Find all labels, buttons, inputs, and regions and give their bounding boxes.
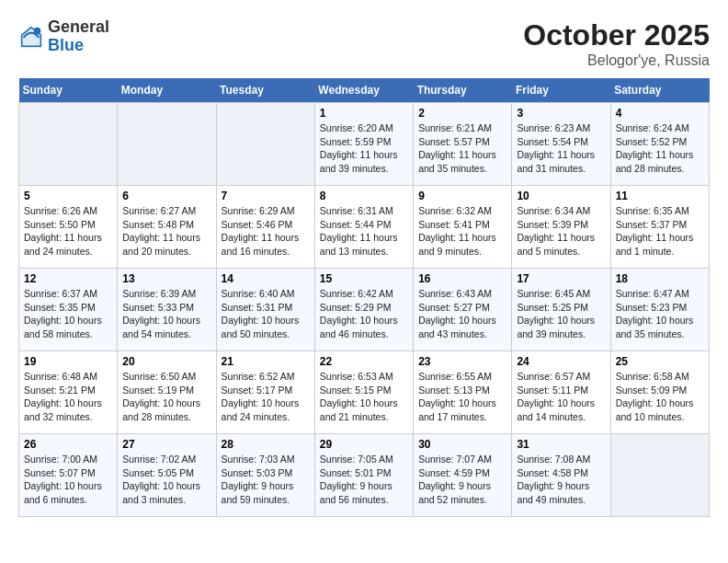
calendar-cell: 4Sunrise: 6:24 AM Sunset: 5:52 PM Daylig…: [610, 103, 709, 186]
day-number: 27: [122, 438, 210, 451]
week-row-1: 1Sunrise: 6:20 AM Sunset: 5:59 PM Daylig…: [19, 103, 710, 186]
day-number: 19: [24, 355, 112, 368]
day-info: Sunrise: 6:29 AM Sunset: 5:46 PM Dayligh…: [222, 204, 310, 259]
logo-text: General Blue: [48, 18, 109, 55]
calendar-cell: [216, 103, 314, 186]
page-header: General Blue October 2025 Belogor'ye, Ru…: [18, 18, 710, 69]
day-info: Sunrise: 6:43 AM Sunset: 5:27 PM Dayligh…: [418, 287, 506, 341]
page-subtitle: Belogor'ye, Russia: [523, 52, 710, 69]
calendar-cell: 5Sunrise: 6:26 AM Sunset: 5:50 PM Daylig…: [19, 186, 118, 269]
calendar-cell: 8Sunrise: 6:31 AM Sunset: 5:44 PM Daylig…: [314, 186, 413, 269]
day-number: 15: [320, 272, 408, 285]
calendar-cell: 29Sunrise: 7:05 AM Sunset: 5:01 PM Dayli…: [314, 434, 413, 517]
weekday-header-thursday: Thursday: [414, 78, 512, 103]
day-info: Sunrise: 6:42 AM Sunset: 5:29 PM Dayligh…: [320, 287, 408, 341]
day-number: 23: [418, 355, 506, 368]
calendar-cell: 15Sunrise: 6:42 AM Sunset: 5:29 PM Dayli…: [314, 269, 413, 351]
day-number: 31: [517, 438, 605, 451]
weekday-header-tuesday: Tuesday: [216, 78, 314, 103]
day-info: Sunrise: 7:03 AM Sunset: 5:03 PM Dayligh…: [222, 453, 310, 507]
day-info: Sunrise: 6:47 AM Sunset: 5:23 PM Dayligh…: [616, 287, 704, 341]
calendar-cell: 18Sunrise: 6:47 AM Sunset: 5:23 PM Dayli…: [610, 269, 709, 351]
day-number: 3: [517, 107, 605, 120]
calendar-cell: [610, 434, 709, 517]
day-info: Sunrise: 6:20 AM Sunset: 5:59 PM Dayligh…: [320, 121, 408, 176]
day-info: Sunrise: 6:50 AM Sunset: 5:19 PM Dayligh…: [122, 370, 210, 424]
day-info: Sunrise: 6:24 AM Sunset: 5:52 PM Dayligh…: [616, 121, 704, 176]
calendar-cell: 3Sunrise: 6:23 AM Sunset: 5:54 PM Daylig…: [512, 103, 610, 186]
calendar-cell: 9Sunrise: 6:32 AM Sunset: 5:41 PM Daylig…: [414, 186, 512, 269]
calendar-cell: 16Sunrise: 6:43 AM Sunset: 5:27 PM Dayli…: [414, 269, 512, 351]
day-number: 13: [122, 272, 210, 285]
weekday-header-friday: Friday: [512, 78, 610, 103]
day-info: Sunrise: 6:34 AM Sunset: 5:39 PM Dayligh…: [517, 204, 605, 259]
day-info: Sunrise: 6:57 AM Sunset: 5:11 PM Dayligh…: [517, 370, 605, 424]
day-number: 2: [418, 107, 506, 120]
week-row-5: 26Sunrise: 7:00 AM Sunset: 5:07 PM Dayli…: [19, 434, 710, 517]
day-number: 24: [517, 355, 605, 368]
weekday-header-monday: Monday: [118, 78, 216, 103]
day-number: 4: [616, 107, 704, 120]
calendar-cell: 31Sunrise: 7:08 AM Sunset: 4:58 PM Dayli…: [512, 434, 610, 517]
calendar-cell: 19Sunrise: 6:48 AM Sunset: 5:21 PM Dayli…: [19, 351, 118, 434]
calendar-cell: 14Sunrise: 6:40 AM Sunset: 5:31 PM Dayli…: [216, 269, 314, 351]
page-title: October 2025: [523, 18, 710, 52]
day-info: Sunrise: 6:26 AM Sunset: 5:50 PM Dayligh…: [24, 204, 112, 259]
calendar-cell: 28Sunrise: 7:03 AM Sunset: 5:03 PM Dayli…: [216, 434, 314, 517]
day-number: 6: [122, 190, 210, 202]
day-info: Sunrise: 7:00 AM Sunset: 5:07 PM Dayligh…: [24, 453, 112, 507]
day-info: Sunrise: 7:02 AM Sunset: 5:05 PM Dayligh…: [122, 453, 210, 507]
calendar-cell: 25Sunrise: 6:58 AM Sunset: 5:09 PM Dayli…: [610, 351, 709, 434]
calendar-cell: 11Sunrise: 6:35 AM Sunset: 5:37 PM Dayli…: [610, 186, 709, 269]
day-info: Sunrise: 6:48 AM Sunset: 5:21 PM Dayligh…: [24, 370, 112, 424]
calendar-cell: 13Sunrise: 6:39 AM Sunset: 5:33 PM Dayli…: [118, 269, 216, 351]
weekday-header-saturday: Saturday: [610, 78, 709, 103]
weekday-header-wednesday: Wednesday: [314, 78, 413, 103]
day-number: 5: [24, 190, 112, 202]
day-info: Sunrise: 7:07 AM Sunset: 4:59 PM Dayligh…: [418, 453, 506, 507]
calendar-cell: 17Sunrise: 6:45 AM Sunset: 5:25 PM Dayli…: [512, 269, 610, 351]
calendar-cell: 20Sunrise: 6:50 AM Sunset: 5:19 PM Dayli…: [118, 351, 216, 434]
day-number: 26: [24, 438, 112, 451]
calendar-cell: 23Sunrise: 6:55 AM Sunset: 5:13 PM Dayli…: [414, 351, 512, 434]
calendar-cell: 1Sunrise: 6:20 AM Sunset: 5:59 PM Daylig…: [314, 103, 413, 186]
day-number: 8: [320, 190, 408, 202]
day-number: 22: [320, 355, 408, 368]
weekday-header-sunday: Sunday: [19, 78, 118, 103]
calendar-table: SundayMondayTuesdayWednesdayThursdayFrid…: [18, 78, 710, 517]
day-info: Sunrise: 6:21 AM Sunset: 5:57 PM Dayligh…: [418, 121, 506, 176]
day-number: 12: [24, 272, 112, 285]
logo-icon: [18, 24, 44, 50]
calendar-cell: 22Sunrise: 6:53 AM Sunset: 5:15 PM Dayli…: [314, 351, 413, 434]
day-number: 14: [222, 272, 310, 285]
day-number: 18: [616, 272, 704, 285]
day-info: Sunrise: 7:05 AM Sunset: 5:01 PM Dayligh…: [320, 453, 408, 507]
day-info: Sunrise: 6:53 AM Sunset: 5:15 PM Dayligh…: [320, 370, 408, 424]
day-info: Sunrise: 6:45 AM Sunset: 5:25 PM Dayligh…: [517, 287, 605, 341]
calendar-cell: [19, 103, 118, 186]
day-info: Sunrise: 6:58 AM Sunset: 5:09 PM Dayligh…: [616, 370, 704, 424]
day-number: 16: [418, 272, 506, 285]
day-number: 30: [418, 438, 506, 451]
calendar-cell: 7Sunrise: 6:29 AM Sunset: 5:46 PM Daylig…: [216, 186, 314, 269]
calendar-cell: 30Sunrise: 7:07 AM Sunset: 4:59 PM Dayli…: [414, 434, 512, 517]
calendar-cell: 27Sunrise: 7:02 AM Sunset: 5:05 PM Dayli…: [118, 434, 216, 517]
day-info: Sunrise: 6:27 AM Sunset: 5:48 PM Dayligh…: [122, 204, 210, 259]
svg-point-2: [34, 28, 40, 34]
day-info: Sunrise: 6:35 AM Sunset: 5:37 PM Dayligh…: [616, 204, 704, 259]
day-number: 17: [517, 272, 605, 285]
day-number: 21: [222, 355, 310, 368]
day-info: Sunrise: 6:52 AM Sunset: 5:17 PM Dayligh…: [222, 370, 310, 424]
week-row-4: 19Sunrise: 6:48 AM Sunset: 5:21 PM Dayli…: [19, 351, 710, 434]
calendar-cell: 12Sunrise: 6:37 AM Sunset: 5:35 PM Dayli…: [19, 269, 118, 351]
day-number: 7: [222, 190, 310, 202]
day-info: Sunrise: 6:37 AM Sunset: 5:35 PM Dayligh…: [24, 287, 112, 341]
logo: General Blue: [18, 18, 109, 55]
calendar-cell: 24Sunrise: 6:57 AM Sunset: 5:11 PM Dayli…: [512, 351, 610, 434]
calendar-cell: 26Sunrise: 7:00 AM Sunset: 5:07 PM Dayli…: [19, 434, 118, 517]
day-number: 29: [320, 438, 408, 451]
day-number: 28: [222, 438, 310, 451]
day-info: Sunrise: 6:40 AM Sunset: 5:31 PM Dayligh…: [222, 287, 310, 341]
calendar-cell: 10Sunrise: 6:34 AM Sunset: 5:39 PM Dayli…: [512, 186, 610, 269]
weekday-header-row: SundayMondayTuesdayWednesdayThursdayFrid…: [19, 78, 710, 103]
